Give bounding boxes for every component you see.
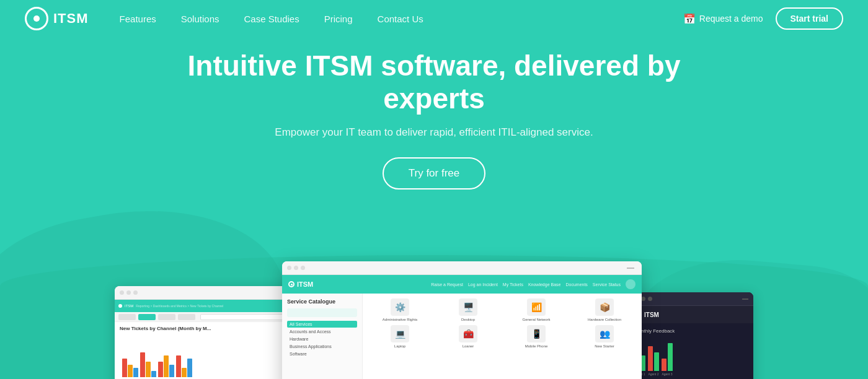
left-mockup-title: New Tickets by Channel (Month by M... [120,326,290,331]
dark-chrome [629,292,753,306]
center-dot-3 [301,266,305,270]
service-laptop[interactable]: 💻 Laptop [368,325,432,348]
service-label-laptop: Laptop [394,344,405,348]
dark-dot-2 [641,297,645,301]
toolbar-btn-2[interactable] [138,314,156,320]
sidebar-software[interactable]: Software [287,351,357,357]
left-mockup-body: New Tickets by Channel (Month by M... [115,322,294,379]
user-avatar [626,279,636,289]
dark-label-3: Agent 3 [662,372,672,376]
service-grid: ⚙️ Administrative Rights 🖥️ Desktop 📶 Ge… [368,298,637,348]
toolbar-btn-4[interactable] [178,314,195,320]
nav-solutions[interactable]: Solutions [181,14,219,24]
service-icon-desktop: 🖥️ [459,298,477,316]
minimize-icon [627,268,634,269]
bar-2-blue [151,371,156,377]
toolbar-brand: ITSM [125,304,133,308]
dark-chart: Agent 1 Agent 2 Agen [634,339,748,376]
dark-brand-text: ITSM [644,311,659,318]
service-icon-new-starter: 👥 [595,325,614,342]
toolbar-btn-1[interactable] [118,314,136,320]
dark-group-2: Agent 2 [648,346,659,376]
dark-dot-3 [648,297,652,301]
service-icon-network: 📶 [527,298,546,316]
bar-2-orange [146,362,151,377]
logo-text: ITSM [53,11,89,27]
mockup-body: Service Catalogue All Services Accounts … [282,294,642,379]
mockup-logo-dot [291,284,293,285]
mockup-sidebar: Service Catalogue All Services Accounts … [282,294,363,379]
window-dot-2 [126,290,131,295]
service-catalogue-title: Service Catalogue [287,298,357,305]
bar-4-blue [187,359,192,377]
nav-pricing[interactable]: Pricing [324,14,353,24]
service-search[interactable] [287,308,357,317]
mockup-nav-tickets: My Tickets [503,282,523,287]
dark-bars-3 [662,343,673,371]
request-demo-button[interactable]: 📅 Request a demo [683,13,763,25]
hero-subtitle: Empower your IT team to deliver rapid, e… [275,126,593,139]
service-new-starter[interactable]: 👥 New Starter [572,325,637,348]
logo[interactable]: ITSM [25,7,89,30]
toolbar-breadcrumb: Reporting > Dashboards and Metrics > New… [136,304,223,308]
date-range-field[interactable] [200,314,291,320]
service-label-desktop: Desktop [461,318,475,321]
window-chrome-left [115,286,294,300]
window-dot-1 [120,290,124,295]
bar-1-blue [133,368,138,377]
dark-bars-2 [648,346,659,371]
left-chart [120,334,290,377]
dark-group-3: Agent 3 [662,343,673,376]
bar-1-red [122,359,127,377]
try-free-button[interactable]: Try for free [383,157,486,190]
nav-links: Features Solutions Case Studies Pricing … [120,14,683,24]
hero-title: Intuitive ITSM software, delivered by ex… [155,50,713,115]
dark-bar-3-green [668,343,673,371]
bar-3-orange [164,355,169,377]
sidebar-accounts[interactable]: Accounts and Access [287,328,357,335]
chart-group-1 [122,359,138,377]
dark-label-2: Agent 2 [648,372,658,376]
logo-inner-icon [33,15,40,22]
bar-3-red [158,362,163,377]
mockup-center: ITSM Raise a Request Log an Incident My … [282,261,642,379]
nav-contact-us[interactable]: Contact Us [378,14,423,24]
service-hardware[interactable]: 📦 Hardware Collection [572,298,637,321]
service-label-network: General Network [522,318,550,321]
toolbar-btn-3[interactable] [158,314,175,320]
service-icon-hardware: 📦 [595,298,614,316]
chart-group-4 [176,355,192,377]
sidebar-all-services[interactable]: All Services [287,321,357,328]
start-trial-button[interactable]: Start trial [776,7,843,30]
calendar-icon: 📅 [683,13,696,25]
bar-3-blue [169,365,174,377]
logo-circle-icon [25,7,48,30]
dark-bar-3-red [662,359,666,371]
service-label-new-starter: New Starter [595,344,614,348]
service-label-loaner: Loaner [463,344,474,348]
service-icon-laptop: 💻 [391,325,409,342]
service-icon-admin: ⚙️ [391,298,409,316]
nav-case-studies[interactable]: Case Studies [244,14,299,24]
nav-features[interactable]: Features [120,14,156,24]
mockups-container: ITSM Reporting > Dashboards and Metrics … [0,261,868,379]
mockup-nav-status: Service Status [593,282,621,287]
mockup-logo-circle [288,281,294,287]
dark-chart-title: Monthly Feedback [634,328,748,334]
request-demo-label: Request a demo [699,14,763,24]
service-network[interactable]: 📶 General Network [504,298,569,321]
service-loaner[interactable]: 🧰 Loaner [436,325,500,348]
chart-group-2 [140,352,156,377]
service-mobile[interactable]: 📱 Mobile Phone [504,325,569,348]
sidebar-hardware[interactable]: Hardware [287,336,357,342]
left-sub-toolbar [115,312,294,322]
dark-nav: ITSM [629,306,753,323]
sidebar-business-apps[interactable]: Business Applications [287,343,357,350]
mockup-main: ⚙️ Administrative Rights 🖥️ Desktop 📶 Ge… [363,294,642,379]
service-desktop[interactable]: 🖥️ Desktop [436,298,500,321]
mockup-nav: ITSM Raise a Request Log an Incident My … [282,275,642,294]
mockup-right: ITSM Monthly Feedback Agent 1 [629,292,753,379]
hero-section: ITSM Features Solutions Case Studies Pri… [0,0,868,379]
service-admin-rights[interactable]: ⚙️ Administrative Rights [368,298,432,321]
hero-content: Intuitive ITSM software, delivered by ex… [0,50,868,208]
